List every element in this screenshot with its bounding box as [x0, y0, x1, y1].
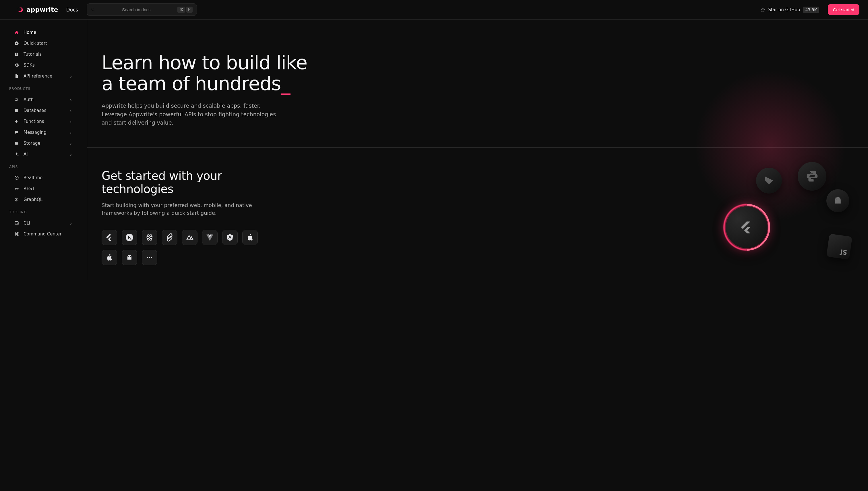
- sidebar-item-functions[interactable]: Functions: [5, 116, 82, 127]
- chevron-right-icon: [69, 142, 72, 145]
- github-star-count: 43.9K: [803, 7, 819, 13]
- js-bubble-icon: JS: [827, 233, 852, 259]
- message-icon: [14, 130, 19, 135]
- main-content: Learn how to build like a team of hundre…: [87, 20, 868, 280]
- sidebar-item-label: GraphQL: [24, 197, 72, 202]
- section-heading-apis: APIS: [0, 162, 87, 171]
- sidebar-item-label: Realtime: [24, 175, 72, 180]
- sidebar-item-label: CLI: [24, 221, 65, 226]
- section-heading-products: PRODUCTS: [0, 83, 87, 92]
- section-heading-tooling: TOOLING: [0, 207, 87, 216]
- book-icon: [14, 52, 19, 57]
- sidebar-item-messaging[interactable]: Messaging: [5, 127, 82, 138]
- tech-card-next[interactable]: [122, 230, 137, 245]
- sidebar-item-label: SDKs: [24, 63, 72, 68]
- tech-card-vue[interactable]: [202, 230, 217, 245]
- tech-card-more[interactable]: [142, 250, 157, 265]
- flutter-bubble-icon: [726, 206, 768, 248]
- home-icon: [14, 30, 19, 35]
- terminal-icon: [14, 221, 19, 225]
- star-icon: [761, 7, 765, 12]
- sidebar-item-label: Databases: [24, 108, 65, 113]
- svg-point-0: [92, 8, 94, 11]
- dart-bubble-icon: [756, 168, 782, 194]
- python-bubble-icon: [798, 162, 827, 191]
- gear-icon: [14, 63, 19, 67]
- sidebar-item-rest[interactable]: REST: [5, 183, 82, 194]
- users-icon: [14, 97, 19, 102]
- sidebar-item-cli[interactable]: CLI: [5, 218, 82, 229]
- bolt-icon: [14, 119, 19, 124]
- sidebar-item-label: Messaging: [24, 130, 65, 135]
- sidebar-item-ai[interactable]: AI: [5, 149, 82, 160]
- kbd-cmd: ⌘: [177, 7, 185, 12]
- sidebar: Home Quick start Tutorials SDKs API refe…: [0, 20, 87, 280]
- sidebar-item-graphql[interactable]: GraphQL: [5, 194, 82, 205]
- tech-card-nuxt[interactable]: [182, 230, 198, 245]
- svg-point-15: [149, 257, 150, 258]
- get-started-button[interactable]: Get started: [828, 4, 859, 15]
- github-label: Star on GitHub: [768, 7, 800, 12]
- tech-bubbles-graphic: JS: [724, 162, 862, 277]
- folder-icon: [14, 141, 19, 146]
- tech-card-svelte[interactable]: [162, 230, 177, 245]
- sidebar-item-home[interactable]: Home: [5, 27, 82, 38]
- search-icon: [91, 7, 95, 12]
- github-star-link[interactable]: Star on GitHub 43.9K: [761, 7, 819, 13]
- tech-subtitle: Start building with your preferred web, …: [101, 201, 262, 218]
- database-icon: [14, 108, 19, 113]
- sidebar-item-label: Storage: [24, 141, 65, 146]
- arrows-icon: [14, 186, 19, 191]
- sidebar-item-storage[interactable]: Storage: [5, 138, 82, 149]
- tech-card-flutter[interactable]: [101, 230, 117, 245]
- sidebar-item-auth[interactable]: Auth: [5, 94, 82, 105]
- sparkle-icon: [14, 152, 19, 156]
- search-input[interactable]: Search in docs ⌘ K: [87, 3, 197, 16]
- sidebar-item-tutorials[interactable]: Tutorials: [5, 49, 82, 60]
- chevron-right-icon: [69, 109, 72, 112]
- svg-marker-2: [761, 8, 765, 11]
- logo-text: appwrite: [26, 6, 58, 13]
- sidebar-item-label: Functions: [24, 119, 65, 124]
- tech-title: Get started with your technologies: [101, 169, 225, 196]
- sidebar-item-sdks[interactable]: SDKs: [5, 60, 82, 70]
- tech-card-android[interactable]: [122, 250, 137, 265]
- tech-card-apple[interactable]: [242, 230, 258, 245]
- android-bubble-icon: [827, 189, 849, 212]
- chevron-right-icon: [69, 131, 72, 134]
- sidebar-item-label: Tutorials: [24, 52, 72, 57]
- tech-card-angular[interactable]: [222, 230, 238, 245]
- sidebar-item-label: Auth: [24, 97, 65, 102]
- sidebar-item-command-center[interactable]: Command Center: [5, 229, 82, 239]
- sidebar-item-api-reference[interactable]: API reference: [5, 70, 82, 82]
- sidebar-item-realtime[interactable]: Realtime: [5, 172, 82, 183]
- file-icon: [14, 74, 19, 78]
- clock-icon: [14, 175, 19, 180]
- svg-point-5: [17, 98, 18, 99]
- svg-point-4: [16, 98, 17, 99]
- chevron-right-icon: [69, 98, 72, 102]
- sidebar-item-label: API reference: [24, 74, 65, 79]
- kbd-k: K: [186, 7, 193, 12]
- chevron-right-icon: [69, 75, 72, 78]
- sidebar-item-databases[interactable]: Databases: [5, 105, 82, 116]
- play-icon: [14, 41, 19, 46]
- tech-grid: [101, 230, 262, 265]
- tech-card-react[interactable]: [142, 230, 157, 245]
- graphql-icon: [14, 197, 19, 202]
- svg-line-1: [94, 10, 95, 11]
- logo[interactable]: appwrite: [17, 6, 58, 13]
- sidebar-item-label: Quick start: [24, 41, 72, 46]
- docs-link[interactable]: Docs: [66, 7, 78, 12]
- header: appwrite Docs Search in docs ⌘ K Star on…: [0, 0, 868, 20]
- sidebar-item-label: Home: [24, 30, 72, 35]
- svg-rect-8: [15, 222, 18, 225]
- tech-card-apple[interactable]: [101, 250, 117, 265]
- sidebar-item-quick-start[interactable]: Quick start: [5, 38, 82, 49]
- chevron-right-icon: [69, 120, 72, 123]
- cursor-icon: _: [281, 73, 290, 95]
- technologies-section: Get started with your technologies Start…: [87, 148, 868, 280]
- logo-icon: [17, 6, 24, 13]
- sidebar-item-label: REST: [24, 186, 72, 191]
- sidebar-item-label: Command Center: [24, 231, 72, 237]
